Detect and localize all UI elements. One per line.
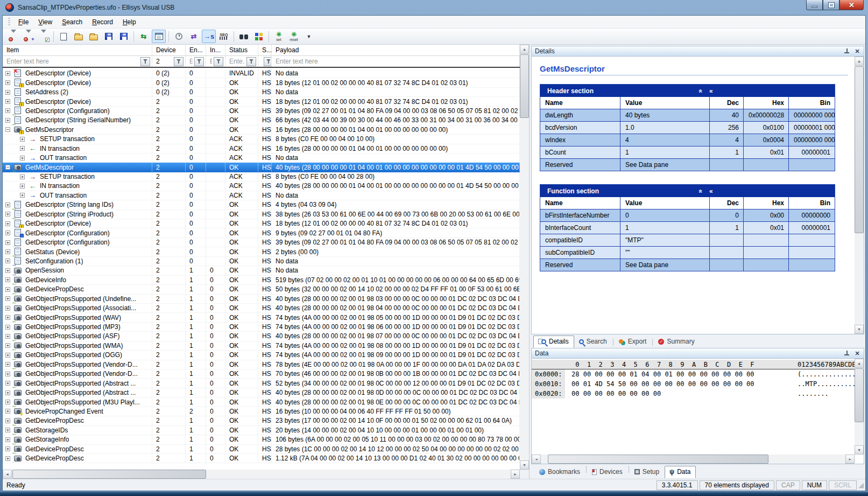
- grid-row[interactable]: +←GetDescriptor (Configuration)20OKHS39 …: [3, 107, 520, 116]
- grid-horizontal-scrollbar[interactable]: ◄ ►: [3, 470, 520, 479]
- maximize-button[interactable]: [823, 0, 839, 10]
- expand-toggle[interactable]: +: [5, 80, 10, 85]
- minimize-button[interactable]: [806, 0, 823, 10]
- grid-row[interactable]: +←GetDevicePropDesc210OKHS28 bytes (1C 0…: [3, 445, 520, 454]
- expand-toggle[interactable]: +: [5, 353, 10, 358]
- scroll-thumb[interactable]: [520, 54, 529, 118]
- save-button[interactable]: [102, 30, 116, 43]
- grid-row[interactable]: +←GetObjectPropsSupported (OGG)210OKHS74…: [3, 351, 520, 360]
- grid-row[interactable]: +GetDescriptor (Configuration)20OKHS9 by…: [3, 228, 520, 237]
- filter-options-button[interactable]: ✓: [37, 30, 51, 43]
- grid-row[interactable]: +←GetDevicePropDesc210OKHS23 bytes (17 0…: [3, 416, 520, 425]
- add-filter-button[interactable]: +: [22, 30, 36, 43]
- tab-export[interactable]: Export: [614, 336, 652, 348]
- scroll-thumb[interactable]: [855, 368, 864, 422]
- grid-row[interactable]: +→SETUP transaction20ACKHS8 bytes (C0 FE…: [3, 135, 520, 144]
- expand-toggle[interactable]: +: [5, 287, 10, 292]
- open-file-button[interactable]: [72, 30, 86, 43]
- grid-row[interactable]: +←GetDevicePropDesc210OKHS50 bytes (32 0…: [3, 285, 520, 294]
- color-legend-button[interactable]: [252, 30, 266, 43]
- expand-toggle[interactable]: +: [20, 184, 25, 188]
- grid-row[interactable]: +→SETUP transaction20ACKHS8 bytes (C0 FE…: [3, 172, 520, 181]
- menu-file[interactable]: File: [13, 17, 33, 27]
- device-filter-input[interactable]: 2: [156, 58, 172, 65]
- grid-row[interactable]: +!GetDescriptor (Device)20OKHS18 bytes (…: [3, 97, 520, 106]
- scroll-down-button[interactable]: ▼: [855, 325, 864, 334]
- expand-toggle[interactable]: +: [5, 90, 10, 95]
- grid-row[interactable]: −!GetMsDescriptor20OKHS16 bytes (28 00 0…: [3, 125, 520, 135]
- tab-setup[interactable]: Setup: [630, 466, 665, 478]
- grid-row[interactable]: +←GetDescriptor (String iProduct)20OKHS3…: [3, 210, 520, 219]
- grid-row[interactable]: +←GetObjectPropsSupported (Vendor-D...21…: [3, 360, 520, 369]
- resize-grip[interactable]: ◢: [858, 481, 864, 488]
- expand-toggle[interactable]: +: [5, 362, 10, 367]
- column-header-status[interactable]: Status: [225, 45, 258, 55]
- details-vertical-scrollbar[interactable]: ▲ ▼: [855, 57, 864, 334]
- expand-toggle[interactable]: +: [20, 174, 25, 179]
- pin-icon[interactable]: [844, 48, 850, 54]
- expand-toggle[interactable]: +: [5, 381, 10, 386]
- grid-row[interactable]: +←GetDescriptor (String lang IDs)20OKHS4…: [3, 200, 520, 209]
- scroll-down-button[interactable]: ▼: [855, 445, 864, 455]
- set-marker-button[interactable]: ✳set: [272, 30, 286, 43]
- data-vertical-scrollbar[interactable]: ▲ ▼: [855, 359, 864, 455]
- tab-data[interactable]: ψData: [665, 466, 696, 478]
- scroll-down-button[interactable]: ▼: [520, 460, 529, 470]
- expand-toggle[interactable]: +: [5, 334, 10, 339]
- column-header-payload[interactable]: Payload: [272, 45, 520, 55]
- scroll-up-button[interactable]: ▲: [855, 57, 864, 66]
- scroll-left-button[interactable]: ◄: [532, 455, 541, 464]
- payload-filter-input[interactable]: Enter text here: [276, 58, 518, 65]
- grid-row[interactable]: +←GetDescriptor (Configuration)20OKHS39 …: [3, 238, 520, 247]
- tab-devices[interactable]: Devices: [587, 466, 628, 478]
- toolbar-dropdown-button[interactable]: ▼: [302, 30, 316, 43]
- column-header-endpoint[interactable]: En...: [186, 45, 206, 55]
- pin-icon[interactable]: [844, 351, 850, 357]
- expand-toggle[interactable]: +: [5, 212, 10, 216]
- grid-row[interactable]: +←GetDevicePropDesc210OKHS1.12 kB (7A 04…: [3, 454, 520, 463]
- interface-filter-input[interactable]: E: [210, 58, 212, 65]
- tab-details[interactable]: Details: [533, 336, 574, 348]
- hex-row[interactable]: 0x0020:00 00 00 00 00 00 00 00........: [532, 389, 855, 399]
- expand-toggle[interactable]: +: [5, 428, 10, 432]
- grid-vertical-scrollbar[interactable]: ▲ ▼: [520, 45, 529, 470]
- expand-toggle[interactable]: +: [5, 418, 10, 423]
- item-filter-funnel-button[interactable]: [140, 57, 150, 66]
- grid-row[interactable]: +←GetObjectPropsSupported (WMA)210OKHS74…: [3, 341, 520, 351]
- endpoint-filter-funnel-button[interactable]: [194, 57, 204, 66]
- reset-marker-button[interactable]: ✳reset: [287, 30, 301, 43]
- expand-toggle[interactable]: +: [5, 71, 10, 76]
- expand-toggle[interactable]: +: [5, 315, 10, 320]
- scroll-right-button[interactable]: ►: [511, 470, 520, 479]
- expand-toggle[interactable]: +: [5, 437, 10, 442]
- save-as-button[interactable]: [117, 30, 131, 43]
- grid-row[interactable]: +←GetStorageIDs210OKHS20 bytes (14 00 00…: [3, 426, 520, 435]
- grid-row[interactable]: +←GetStatus (Device)20OKHS2 bytes (00 00…: [3, 247, 520, 256]
- device-filter-funnel-button[interactable]: [174, 57, 184, 66]
- expand-toggle[interactable]: +: [5, 296, 10, 301]
- scroll-thumb[interactable]: [12, 470, 206, 479]
- column-header-speed[interactable]: S...: [258, 45, 272, 55]
- item-filter-input[interactable]: Enter text here: [6, 58, 139, 65]
- expand-toggle[interactable]: +: [5, 277, 10, 282]
- collapse-left-icon[interactable]: «: [709, 87, 713, 95]
- transfers-view-button[interactable]: →s: [202, 30, 216, 43]
- collapse-up-icon[interactable]: «: [697, 189, 705, 193]
- grid-row[interactable]: +←GetObjectPropsSupported (MP3)210OKHS74…: [3, 323, 520, 332]
- expand-toggle[interactable]: +: [20, 146, 25, 151]
- tab-bookmarks[interactable]: Bookmarks: [534, 466, 585, 478]
- find-button[interactable]: [237, 30, 251, 43]
- endpoint-filter-input[interactable]: E: [189, 58, 193, 65]
- collapse-up-icon[interactable]: «: [697, 89, 705, 93]
- expand-toggle[interactable]: +: [5, 446, 10, 451]
- menu-help[interactable]: Help: [118, 17, 141, 27]
- grid-row[interactable]: +!GetDescriptor (Device)0 (2)0OKHS18 byt…: [3, 78, 520, 87]
- grid-row[interactable]: +→OUT transaction20ACKHSNo data: [3, 153, 520, 163]
- status-filter-funnel-button[interactable]: [246, 57, 256, 66]
- expand-toggle[interactable]: +: [5, 456, 10, 461]
- grid-row[interactable]: +←GetDeviceInfo210OKHS519 bytes (07 02 0…: [3, 276, 520, 285]
- grid-row[interactable]: +←GetDescriptor (String iSerialNumber)20…: [3, 116, 520, 125]
- close-pane-icon[interactable]: ✕: [854, 48, 860, 55]
- grid-row[interactable]: +←GetObjectPropsSupported (WAV)210OKHS74…: [3, 313, 520, 322]
- grid-row[interactable]: +←GetObjectPropsSupported (Undefine...21…: [3, 295, 520, 304]
